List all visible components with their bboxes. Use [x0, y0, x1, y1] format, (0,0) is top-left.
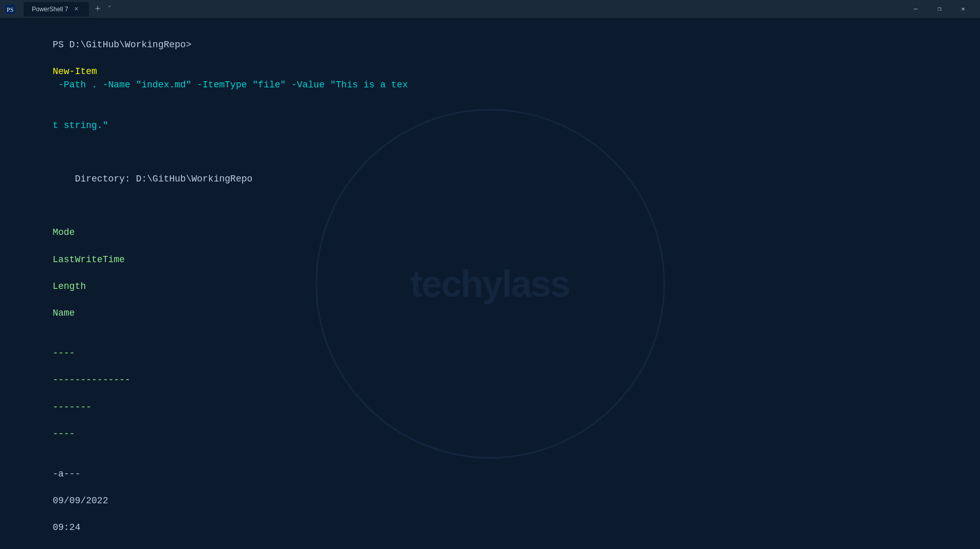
col-length-header: Length — [52, 281, 86, 291]
close-button[interactable]: ✕ — [951, 0, 975, 19]
tab-close-button[interactable]: ✕ — [72, 5, 81, 13]
file-mode: -a--- — [52, 469, 80, 479]
command-line-1: PS D:\GitHub\WorkingRepo> New-Item -Path… — [8, 25, 972, 105]
tab-label: PowerShell 7 — [32, 6, 68, 13]
command-line-1-cont: t string." — [8, 105, 972, 145]
col-lwt-ul: -------------- — [52, 375, 130, 385]
directory-line: Directory: D:\GitHub\WorkingRepo — [8, 159, 972, 199]
column-headers: Mode LastWriteTime Length Name — [8, 212, 972, 333]
file-time: 09:24 — [52, 522, 80, 533]
col-mode-ul: ---- — [52, 348, 75, 358]
tab-dropdown-button[interactable]: ˅ — [105, 5, 114, 13]
app-icon: PS — [5, 4, 15, 14]
col-length-ul: ------- — [52, 402, 91, 412]
spacer-2 — [8, 199, 972, 212]
minimize-button[interactable]: — — [904, 0, 928, 19]
col-name-ul: ---- — [52, 429, 75, 439]
spacer-1 — [8, 145, 972, 159]
powershell-window: PS PowerShell 7 ✕ + ˅ — ❐ ✕ techylass — [0, 0, 980, 549]
terminal-content[interactable]: techylass PS D:\GitHub\WorkingRepo> New-… — [0, 19, 980, 549]
col-lwt-header: LastWriteTime — [52, 254, 124, 265]
prompt-1: PS D:\GitHub\WorkingRepo> — [52, 40, 191, 50]
col-mode-header: Mode — [52, 227, 75, 237]
titlebar: PS PowerShell 7 ✕ + ˅ — ❐ ✕ — [0, 0, 980, 19]
tab-powershell[interactable]: PowerShell 7 ✕ — [24, 2, 89, 16]
cmd1-rest: -Path . -Name "index.md" -ItemType "file… — [52, 80, 408, 90]
column-underlines: ---- -------------- ------- ---- — [8, 333, 972, 454]
file-row: -a--- 09/09/2022 09:24 22 index.md — [8, 454, 972, 549]
window-controls: — ❐ ✕ — [904, 0, 975, 19]
cmd1-keyword: New-Item — [52, 66, 97, 77]
tabs-container: PowerShell 7 ✕ + ˅ — [24, 2, 114, 16]
terminal-output: PS D:\GitHub\WorkingRepo> New-Item -Path… — [8, 25, 972, 549]
directory-text: Directory: D:\GitHub\WorkingRepo — [52, 174, 252, 184]
col-name-header: Name — [52, 308, 75, 318]
add-tab-button[interactable]: + — [91, 4, 105, 14]
svg-text:PS: PS — [7, 6, 13, 13]
file-date: 09/09/2022 — [52, 496, 108, 506]
cmd1-cont: t string." — [52, 120, 108, 131]
restore-button[interactable]: ❐ — [928, 0, 951, 19]
